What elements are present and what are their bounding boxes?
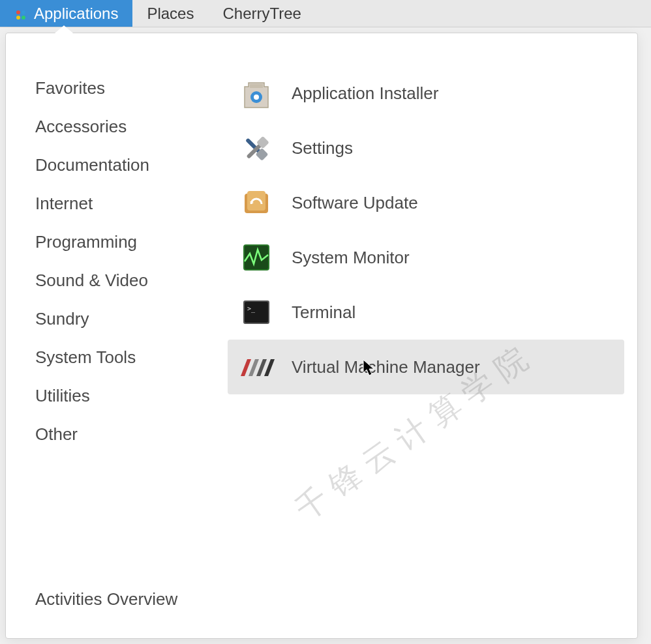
svg-point-6 [254, 95, 259, 100]
svg-text:>_: >_ [247, 305, 256, 313]
installer-icon [238, 75, 275, 111]
menu-applications-label: Applications [34, 5, 118, 23]
category-accessories[interactable]: Accessories [35, 108, 202, 146]
menu-cherrytree[interactable]: CherryTree [208, 0, 315, 27]
app-label: Terminal [292, 302, 356, 323]
app-virtual-machine-manager[interactable]: Virtual Machine Manager [228, 340, 624, 394]
menu-places-label: Places [147, 5, 194, 23]
svg-point-1 [22, 10, 25, 14]
category-other[interactable]: Other [35, 415, 202, 454]
category-list: Favorites Accessories Documentation Inte… [6, 33, 221, 638]
svg-point-2 [16, 16, 20, 20]
svg-point-3 [22, 16, 25, 20]
category-favorites[interactable]: Favorites [35, 69, 202, 108]
vmm-icon [238, 349, 275, 385]
settings-icon [238, 130, 275, 166]
svg-point-0 [16, 10, 20, 14]
menu-applications[interactable]: Applications [0, 0, 132, 27]
category-sundry[interactable]: Sundry [35, 300, 202, 338]
menu-places[interactable]: Places [132, 0, 208, 27]
category-sound-video[interactable]: Sound & Video [35, 261, 202, 300]
top-panel: Applications Places CherryTree [0, 0, 651, 27]
activities-overview[interactable]: Activities Overview [35, 580, 202, 619]
app-terminal[interactable]: >_ Terminal [228, 285, 624, 340]
applications-menu-popup: Favorites Accessories Documentation Inte… [5, 33, 638, 639]
gnome-logo-icon [14, 7, 27, 20]
app-settings[interactable]: Settings [228, 121, 624, 175]
app-label: Settings [292, 138, 353, 158]
category-utilities[interactable]: Utilities [35, 377, 202, 415]
category-documentation[interactable]: Documentation [35, 146, 202, 184]
app-label: System Monitor [292, 248, 410, 268]
category-internet[interactable]: Internet [35, 184, 202, 223]
app-label: Software Update [292, 193, 418, 213]
category-system-tools[interactable]: System Tools [35, 338, 202, 377]
app-software-update[interactable]: Software Update [228, 175, 624, 230]
update-icon [238, 184, 275, 221]
app-system-monitor[interactable]: System Monitor [228, 230, 624, 285]
svg-rect-12 [247, 191, 265, 211]
app-application-installer[interactable]: Application Installer [228, 66, 624, 121]
app-list: Application Installer Settings [221, 33, 637, 638]
app-label: Virtual Machine Manager [292, 357, 480, 377]
monitor-icon [238, 239, 275, 276]
svg-rect-4 [250, 84, 263, 88]
terminal-icon: >_ [238, 294, 275, 330]
category-programming[interactable]: Programming [35, 223, 202, 261]
app-label: Application Installer [292, 83, 438, 104]
menu-cherrytree-label: CherryTree [222, 5, 301, 23]
